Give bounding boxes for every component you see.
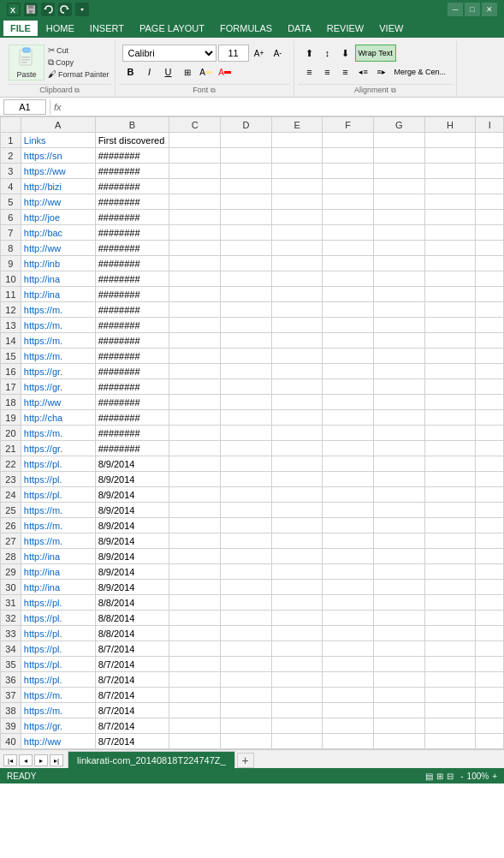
cell-e[interactable] [271,410,323,426]
cell-d[interactable] [221,518,272,533]
insert-menu[interactable]: INSERT [83,21,131,36]
cell-i[interactable] [476,718,504,734]
cell-f[interactable] [323,364,374,379]
row-number[interactable]: 34 [1,641,21,657]
cell-e[interactable] [271,241,323,256]
cell-c[interactable] [169,487,221,503]
cell-i[interactable] [476,364,504,379]
cell-h[interactable] [424,256,476,271]
col-header-i[interactable]: I [476,117,504,133]
cell-c[interactable] [169,349,221,364]
cell-h[interactable] [424,641,476,657]
cell-b[interactable]: 8/9/2014 [95,564,169,580]
cell-d[interactable] [221,533,272,549]
cell-a[interactable]: http://ina [21,549,95,564]
cell-i[interactable] [476,164,504,179]
cell-i[interactable] [476,641,504,657]
cell-f[interactable] [323,333,374,349]
cell-e[interactable] [271,349,323,364]
cell-c[interactable] [169,271,221,287]
row-number[interactable]: 33 [1,626,21,641]
cell-d[interactable] [221,271,272,287]
cell-b[interactable]: 8/7/2014 [95,641,169,657]
row-number[interactable]: 27 [1,533,21,549]
cell-b[interactable]: 8/9/2014 [95,580,169,595]
cell-b[interactable]: ######## [95,318,169,333]
cell-i[interactable] [476,441,504,456]
fill-color-button[interactable]: A [198,63,215,80]
increase-font-button[interactable]: A+ [251,45,268,62]
cell-f[interactable] [323,595,374,611]
cell-a[interactable]: https://m. [21,533,95,549]
align-middle-button[interactable]: ↕ [319,45,336,62]
row-number[interactable]: 6 [1,210,21,225]
cell-h[interactable] [424,533,476,549]
cell-d[interactable] [221,549,272,564]
file-menu[interactable]: FILE [3,21,38,36]
row-number[interactable]: 26 [1,518,21,533]
cell-e[interactable] [271,626,323,641]
cell-a[interactable]: https://gr. [21,441,95,456]
row-number[interactable]: 23 [1,472,21,487]
cell-c[interactable] [169,441,221,456]
cell-b[interactable]: ######## [95,349,169,364]
cell-d[interactable] [221,179,272,194]
cell-b[interactable]: ######## [95,164,169,179]
cell-i[interactable] [476,734,504,749]
paste-button[interactable]: Paste [9,45,44,80]
cell-reference-input[interactable] [3,99,46,115]
cell-e[interactable] [271,210,323,225]
cell-g[interactable] [374,410,425,426]
cell-i[interactable] [476,456,504,472]
cell-f[interactable] [323,456,374,472]
cell-i[interactable] [476,703,504,718]
col-header-f[interactable]: F [323,117,374,133]
zoom-in-icon[interactable]: + [492,772,497,781]
row-number[interactable]: 19 [1,410,21,426]
cell-h[interactable] [424,302,476,318]
cell-b[interactable]: ######## [95,333,169,349]
cell-i[interactable] [476,241,504,256]
cell-i[interactable] [476,333,504,349]
cell-g[interactable] [374,164,425,179]
cell-c[interactable] [169,164,221,179]
cell-a[interactable]: http://ww [21,194,95,210]
cell-h[interactable] [424,549,476,564]
customize-qat-icon[interactable] [75,3,89,16]
cell-g[interactable] [374,626,425,641]
cell-h[interactable] [424,349,476,364]
cell-h[interactable] [424,703,476,718]
cell-i[interactable] [476,302,504,318]
cell-c[interactable] [169,456,221,472]
alignment-expand-icon[interactable]: ⧉ [391,86,396,94]
cell-i[interactable] [476,564,504,580]
row-number[interactable]: 36 [1,672,21,688]
cell-a[interactable]: http://bac [21,225,95,241]
row-number[interactable]: 38 [1,703,21,718]
row-number[interactable]: 40 [1,734,21,749]
cell-g[interactable] [374,672,425,688]
view-break-icon[interactable]: ⊟ [447,772,454,781]
cell-i[interactable] [476,657,504,672]
cell-c[interactable] [169,241,221,256]
cell-c[interactable] [169,611,221,626]
cell-a[interactable]: https://m. [21,518,95,533]
cell-e[interactable] [271,564,323,580]
cell-a[interactable]: https://pl. [21,657,95,672]
home-menu[interactable]: HOME [39,21,81,36]
cell-d[interactable] [221,256,272,271]
cell-b[interactable]: ######## [95,241,169,256]
col-header-g[interactable]: G [374,117,425,133]
cell-i[interactable] [476,349,504,364]
italic-button[interactable]: I [141,63,158,80]
cell-a[interactable]: http://ww [21,395,95,410]
cell-f[interactable] [323,472,374,487]
cell-e[interactable] [271,133,323,148]
cell-b[interactable]: 8/7/2014 [95,703,169,718]
cell-h[interactable] [424,410,476,426]
row-number[interactable]: 32 [1,611,21,626]
cell-b[interactable]: 8/7/2014 [95,688,169,703]
cell-f[interactable] [323,657,374,672]
cell-i[interactable] [476,472,504,487]
merge-center-button[interactable]: Merge & Cen... [391,63,450,80]
